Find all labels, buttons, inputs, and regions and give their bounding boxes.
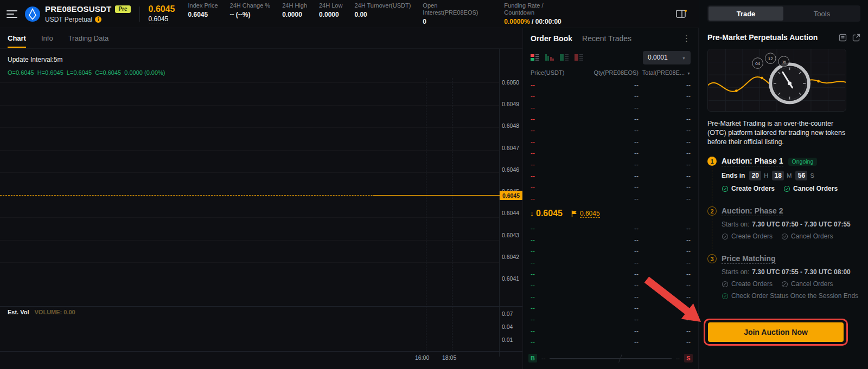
check-order-status-permission: Check Order Status Once the Session Ends xyxy=(722,292,858,300)
phase-1: 1 Auction: Phase 1 Ongoing Ends in 20 H … xyxy=(722,157,860,192)
join-auction-button[interactable]: Join Auction Now xyxy=(708,322,844,342)
funding-countdown: / 00:00:00 xyxy=(530,18,561,25)
seconds-box: 56 xyxy=(795,171,807,180)
bid-row[interactable]: -- -- -- xyxy=(523,325,698,336)
ask-row[interactable]: -- -- -- xyxy=(523,147,698,159)
market-stat: 24H Low 0.0000 xyxy=(319,2,342,18)
panel-title: Pre-Market Perpetuals Auction xyxy=(707,33,818,42)
mark-price-value[interactable]: 0.6045 xyxy=(580,210,600,218)
funding-rate: 0.0000% xyxy=(504,18,529,25)
symbol-name[interactable]: PRE08EOSUSDT xyxy=(45,4,111,14)
market-stat: 24H Change % -- (--%) xyxy=(230,2,271,18)
bid-row[interactable]: -- -- -- xyxy=(523,245,698,257)
buy-sell-ratio: B -- -- S xyxy=(523,352,698,365)
view-bids-only-icon[interactable] xyxy=(560,54,569,61)
check-circle-icon xyxy=(722,185,729,192)
bid-row[interactable]: -- -- -- xyxy=(523,234,698,245)
est-vol-label: Est. Vol xyxy=(8,309,29,315)
create-orders-permission: Create Orders xyxy=(722,232,773,240)
vertical-grid-line xyxy=(426,78,426,351)
info-icon[interactable] xyxy=(95,16,101,23)
ratio-bar xyxy=(550,358,671,359)
volume-axis-label: 0.07 xyxy=(502,311,513,317)
bid-row[interactable]: -- -- -- xyxy=(523,302,698,314)
view-both-sides-icon[interactable] xyxy=(531,54,539,61)
ask-row[interactable]: -- -- -- xyxy=(523,170,698,182)
price-axis[interactable]: 0.60500.60490.60480.60470.60460.60450.60… xyxy=(502,80,522,282)
time-axis-label: 16:00 xyxy=(415,354,429,361)
slash-circle-icon xyxy=(722,281,729,288)
phase3-title[interactable]: Price Matching xyxy=(722,254,776,264)
price-axis-label: 0.6042 xyxy=(502,254,522,260)
bid-row[interactable]: -- -- -- xyxy=(523,268,698,280)
view-asks-only-icon[interactable] xyxy=(575,54,583,61)
tab-trading-data[interactable]: Trading Data xyxy=(68,34,109,42)
volume-axis[interactable]: 0.070.040.01 xyxy=(502,311,513,343)
tick-size-select[interactable]: 0.0001 xyxy=(643,51,691,64)
check-circle-icon xyxy=(783,185,790,192)
ask-row[interactable]: -- -- -- xyxy=(523,79,698,90)
ask-row[interactable]: -- -- -- xyxy=(523,159,698,170)
ask-row[interactable]: -- -- -- xyxy=(523,193,698,204)
ask-row[interactable]: -- -- -- xyxy=(523,113,698,125)
pane-divider[interactable] xyxy=(0,306,522,307)
view-depth-icon[interactable] xyxy=(545,54,554,61)
menu-icon[interactable] xyxy=(7,10,17,18)
phase1-countdown: Ends in 20 H 18 M 56 S xyxy=(722,171,860,180)
flag-icon xyxy=(571,210,577,217)
bid-row[interactable]: -- -- -- xyxy=(523,223,698,234)
order-book-header: Order Book Recent Trades xyxy=(523,28,698,49)
last-price: 0.6045 xyxy=(149,4,175,14)
cancel-orders-disabled: Cancel Orders xyxy=(781,280,833,288)
bid-row[interactable]: -- -- -- xyxy=(523,314,698,325)
phase1-title[interactable]: Auction: Phase 1 xyxy=(722,157,783,166)
bid-row[interactable]: -- -- -- xyxy=(523,291,698,302)
bid-row[interactable]: -- -- -- xyxy=(523,280,698,291)
price-axis-label: 0.6047 xyxy=(502,145,522,151)
bid-row[interactable]: -- -- -- xyxy=(523,336,698,348)
price-axis-line xyxy=(499,49,500,357)
ask-row[interactable]: -- -- -- xyxy=(523,136,698,147)
symbol-block[interactable]: PRE08EOSUSDT Pre USDT Perpetual xyxy=(45,4,131,23)
bid-row[interactable]: -- -- -- xyxy=(523,257,698,268)
col-total[interactable]: Total(PRE08E... xyxy=(639,69,691,76)
tab-info[interactable]: Info xyxy=(41,34,53,42)
order-book-panel: Order Book Recent Trades 0.0001 Price(US… xyxy=(523,28,699,369)
check-circle-icon xyxy=(722,233,729,240)
panel-layout-toggle-icon[interactable] xyxy=(676,9,687,19)
ask-row[interactable]: -- -- -- xyxy=(523,90,698,102)
volume-legend: Est. Vol VOLUME: 0.00 xyxy=(8,309,75,315)
external-link-icon[interactable] xyxy=(852,34,860,42)
phase2-title[interactable]: Auction: Phase 2 xyxy=(722,206,783,216)
cancel-orders-permission: Cancel Orders xyxy=(781,232,833,240)
volume-axis-label: 0.01 xyxy=(502,337,513,343)
ask-row[interactable]: -- -- -- xyxy=(523,182,698,193)
top-bar: PRE08EOSUSDT Pre USDT Perpetual 0.6045 0… xyxy=(0,0,699,28)
mid-price-row: ↓ 0.6045 0.6045 xyxy=(523,204,698,223)
time-axis-line xyxy=(0,351,522,352)
col-qty: Qty(PRE08EOS) xyxy=(577,69,639,76)
tab-tools[interactable]: Tools xyxy=(784,7,859,21)
chart-canvas[interactable]: Update Interval:5m O=0.6045 H=0.6045 L=0… xyxy=(0,49,522,369)
price-axis-label: 0.6046 xyxy=(502,167,522,173)
volume-readout: VOLUME: 0.00 xyxy=(35,309,75,315)
orders-list-icon[interactable] xyxy=(839,34,847,42)
create-orders-permission: Create Orders xyxy=(722,185,775,192)
more-options-icon[interactable] xyxy=(682,34,691,43)
tab-trade[interactable]: Trade xyxy=(709,7,783,21)
tab-order-book[interactable]: Order Book xyxy=(531,34,572,43)
tab-recent-trades[interactable]: Recent Trades xyxy=(582,34,631,43)
gauge-graphic xyxy=(770,64,809,103)
mid-price[interactable]: 0.6045 xyxy=(536,209,563,218)
ohlc-readout: O=0.6045 H=0.6045 L=0.6045 C=0.6045 0.00… xyxy=(8,69,165,76)
horizontal-grid-lines xyxy=(0,82,499,284)
market-stat: Index Price 0.6045 xyxy=(188,2,218,18)
ask-row[interactable]: -- -- -- xyxy=(523,125,698,136)
phase2-schedule: Starts on:7.30 UTC 07:50 - 7.30 UTC 07:5… xyxy=(722,221,860,228)
coin-logo-icon xyxy=(25,7,40,22)
ask-row[interactable]: -- -- -- xyxy=(523,102,698,113)
mark-price[interactable]: 0.6045 xyxy=(149,15,169,23)
tab-chart[interactable]: Chart xyxy=(8,34,26,42)
chevron-down-icon xyxy=(687,69,691,76)
buy-ratio-value: -- xyxy=(541,355,545,361)
